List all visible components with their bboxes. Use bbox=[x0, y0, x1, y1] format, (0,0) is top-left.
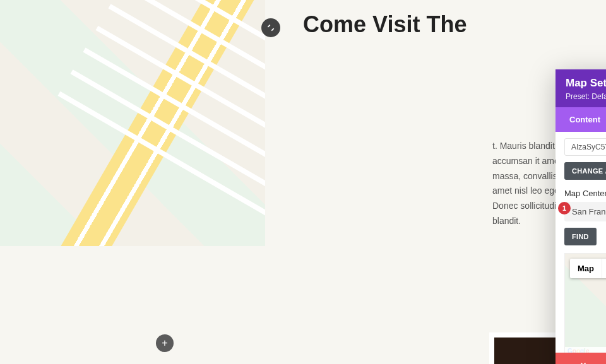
map-type-satellite[interactable]: Satellite bbox=[602, 259, 606, 278]
panel-header: Map Settings Preset: Default ▾ bbox=[556, 69, 606, 107]
map-type-control: Map Satellite bbox=[570, 259, 606, 278]
api-key-input[interactable] bbox=[564, 138, 606, 156]
settings-panel: Map Settings Preset: Default ▾ Content D… bbox=[556, 69, 606, 364]
map-center-label: Map Center Address bbox=[564, 189, 606, 198]
map-center-address-input[interactable] bbox=[564, 202, 606, 221]
step-badge: 1 bbox=[558, 202, 571, 214]
resize-handle[interactable] bbox=[261, 18, 280, 37]
cancel-button[interactable] bbox=[556, 353, 606, 364]
page-heading: Come Visit The bbox=[303, 11, 466, 38]
map-module-preview[interactable] bbox=[0, 0, 265, 246]
preset-dropdown[interactable]: Preset: Default ▾ bbox=[566, 92, 606, 101]
panel-body: CHANGE API KEY Map Center Address ? ↺ ⋮ … bbox=[556, 132, 606, 353]
panel-tabs: Content Design Advanced bbox=[556, 107, 606, 132]
map-type-map[interactable]: Map bbox=[570, 259, 602, 278]
panel-title: Map Settings bbox=[566, 77, 606, 90]
find-button[interactable]: FIND bbox=[564, 228, 597, 245]
map-preview[interactable]: Map Satellite + − Google Keyboard shortc… bbox=[564, 253, 606, 353]
map-attribution: Keyboard shortcuts Map Data 20 m Terms o… bbox=[565, 347, 606, 353]
add-module-button[interactable]: + bbox=[156, 334, 174, 352]
tab-content[interactable]: Content bbox=[556, 107, 606, 132]
change-api-key-button[interactable]: CHANGE API KEY bbox=[564, 162, 606, 180]
panel-actions bbox=[556, 353, 606, 364]
